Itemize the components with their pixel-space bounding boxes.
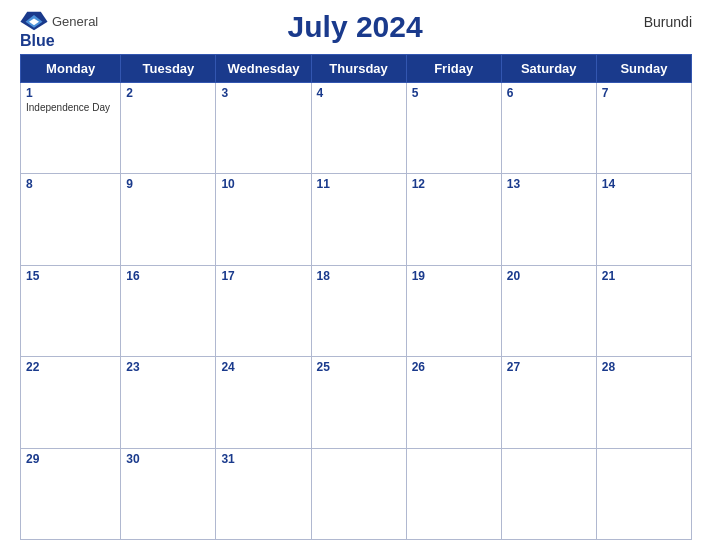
calendar-day-cell: 5 [406,83,501,174]
day-number: 17 [221,269,305,283]
calendar-day-cell: 9 [121,174,216,265]
day-number: 12 [412,177,496,191]
day-number: 24 [221,360,305,374]
weekday-header-thursday: Thursday [311,55,406,83]
calendar-week-row: 1Independence Day234567 [21,83,692,174]
day-number: 26 [412,360,496,374]
calendar-day-cell: 12 [406,174,501,265]
calendar-day-cell: 21 [596,265,691,356]
calendar-header: General Blue July 2024 Burundi [20,10,692,50]
calendar-day-cell: 14 [596,174,691,265]
day-number: 16 [126,269,210,283]
day-number: 2 [126,86,210,100]
day-number: 11 [317,177,401,191]
logo-blue-text: Blue [20,32,55,50]
logo-general-text: General [52,14,98,29]
day-number: 20 [507,269,591,283]
day-number: 1 [26,86,115,100]
day-number: 28 [602,360,686,374]
calendar-day-cell [501,448,596,539]
day-number: 23 [126,360,210,374]
calendar-week-row: 22232425262728 [21,357,692,448]
day-number: 14 [602,177,686,191]
generalblue-logo-icon [20,10,48,32]
calendar-day-cell: 7 [596,83,691,174]
day-number: 4 [317,86,401,100]
calendar-day-cell: 20 [501,265,596,356]
calendar-week-row: 293031 [21,448,692,539]
calendar-day-cell: 4 [311,83,406,174]
day-number: 3 [221,86,305,100]
weekday-header-row: MondayTuesdayWednesdayThursdayFridaySatu… [21,55,692,83]
weekday-header-monday: Monday [21,55,121,83]
calendar-day-cell: 24 [216,357,311,448]
calendar-day-cell: 8 [21,174,121,265]
day-number: 7 [602,86,686,100]
day-number: 30 [126,452,210,466]
calendar-day-cell: 10 [216,174,311,265]
calendar-week-row: 891011121314 [21,174,692,265]
weekday-header-wednesday: Wednesday [216,55,311,83]
calendar-day-cell: 25 [311,357,406,448]
calendar-day-cell: 16 [121,265,216,356]
calendar-day-cell: 28 [596,357,691,448]
day-number: 22 [26,360,115,374]
calendar-table: MondayTuesdayWednesdayThursdayFridaySatu… [20,54,692,540]
day-number: 5 [412,86,496,100]
calendar-day-cell: 30 [121,448,216,539]
calendar-day-cell: 26 [406,357,501,448]
calendar-day-cell: 23 [121,357,216,448]
calendar-day-cell: 13 [501,174,596,265]
calendar-day-cell: 15 [21,265,121,356]
calendar-day-cell [311,448,406,539]
day-event: Independence Day [26,102,110,113]
day-number: 27 [507,360,591,374]
day-number: 21 [602,269,686,283]
weekday-header-sunday: Sunday [596,55,691,83]
calendar-day-cell: 11 [311,174,406,265]
day-number: 19 [412,269,496,283]
day-number: 8 [26,177,115,191]
calendar-day-cell: 19 [406,265,501,356]
calendar-day-cell: 18 [311,265,406,356]
day-number: 15 [26,269,115,283]
weekday-header-tuesday: Tuesday [121,55,216,83]
day-number: 13 [507,177,591,191]
weekday-header-friday: Friday [406,55,501,83]
day-number: 18 [317,269,401,283]
day-number: 10 [221,177,305,191]
day-number: 29 [26,452,115,466]
calendar-day-cell: 3 [216,83,311,174]
day-number: 31 [221,452,305,466]
day-number: 25 [317,360,401,374]
calendar-day-cell [406,448,501,539]
calendar-day-cell: 1Independence Day [21,83,121,174]
calendar-day-cell: 29 [21,448,121,539]
calendar-day-cell: 6 [501,83,596,174]
calendar-day-cell: 2 [121,83,216,174]
calendar-day-cell: 22 [21,357,121,448]
calendar-day-cell: 27 [501,357,596,448]
calendar-day-cell: 31 [216,448,311,539]
day-number: 9 [126,177,210,191]
country-label: Burundi [612,10,692,30]
calendar-day-cell: 17 [216,265,311,356]
calendar-day-cell [596,448,691,539]
calendar-week-row: 15161718192021 [21,265,692,356]
weekday-header-saturday: Saturday [501,55,596,83]
month-title: July 2024 [98,10,612,44]
logo: General Blue [20,10,98,50]
day-number: 6 [507,86,591,100]
